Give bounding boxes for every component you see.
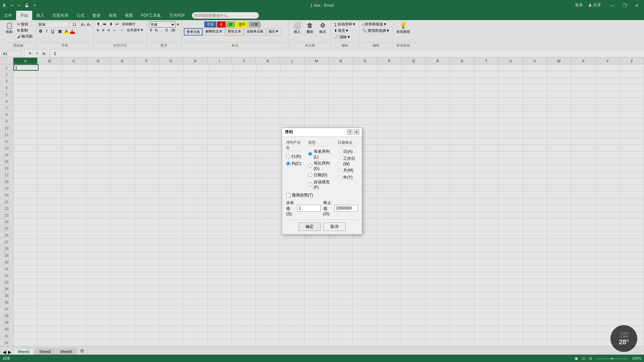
type-arithmetic-label: 等差序列(L) xyxy=(314,149,331,159)
date-unit-day-radio[interactable] xyxy=(338,149,342,154)
date-unit-label: 日期单位 xyxy=(338,140,358,146)
type-date-option[interactable]: 日期(D) xyxy=(308,172,331,178)
stop-value-label: 终止值(O): xyxy=(323,200,332,216)
dialog-ok-button[interactable]: 确定 xyxy=(299,223,321,231)
stop-value-input[interactable] xyxy=(334,205,358,212)
step-value-row: 步长值(S): 终止值(O): xyxy=(286,200,358,216)
dialog-body: 序列产生在 行(R) 列(C) 类型 等差序列(L) xyxy=(282,137,362,234)
date-unit-year-option[interactable]: 年(Y) xyxy=(338,175,358,180)
series-in-section: 序列产生在 行(R) 列(C) xyxy=(286,140,302,190)
series-in-col-label: 列(C) xyxy=(291,161,301,167)
series-in-row-label: 行(R) xyxy=(291,154,301,160)
modal-overlay: 序列 ? ✕ 序列产生在 行(R) 列(C) xyxy=(0,0,644,362)
series-in-col-radio[interactable] xyxy=(286,162,290,166)
dialog-title: 序列 xyxy=(285,129,293,135)
dialog-close-button[interactable]: ✕ xyxy=(354,129,359,135)
type-autofill-option[interactable]: 自动填充(F) xyxy=(308,179,331,190)
dialog-cancel-button[interactable]: 取消 xyxy=(323,223,345,231)
date-unit-section: 日期单位 日(A) 工作日(W) 月(M) 年 xyxy=(338,140,358,190)
series-in-row-option[interactable]: 行(R) xyxy=(286,154,302,160)
date-unit-workday-label: 工作日(W) xyxy=(343,156,358,166)
date-unit-month-label: 月(M) xyxy=(343,168,353,173)
date-unit-year-radio[interactable] xyxy=(338,175,342,179)
type-autofill-label: 自动填充(F) xyxy=(314,179,331,190)
date-unit-month-radio[interactable] xyxy=(338,168,342,172)
series-in-col-option[interactable]: 列(C) xyxy=(286,161,302,167)
date-unit-month-option[interactable]: 月(M) xyxy=(338,168,358,173)
date-unit-day-option[interactable]: 日(A) xyxy=(338,149,358,155)
type-geometric-radio[interactable] xyxy=(308,164,312,168)
type-autofill-radio[interactable] xyxy=(308,182,312,186)
type-arithmetic-radio[interactable] xyxy=(308,152,312,156)
series-dialog: 序列 ? ✕ 序列产生在 行(R) 列(C) xyxy=(282,128,362,235)
date-unit-workday-radio[interactable] xyxy=(338,159,342,163)
series-in-label: 序列产生在 xyxy=(286,140,302,151)
type-section: 类型 等差序列(L) 等比序列(G) 日期(D) xyxy=(308,140,331,190)
predict-trend-label: 预测趋势(T) xyxy=(292,192,313,198)
dialog-help-button[interactable]: ? xyxy=(347,129,353,135)
step-value-label: 步长值(S): xyxy=(286,200,294,216)
series-in-row-radio[interactable] xyxy=(286,155,290,159)
step-value-input[interactable] xyxy=(297,205,321,212)
type-arithmetic-option[interactable]: 等差序列(L) xyxy=(308,149,331,159)
dialog-main-section: 序列产生在 行(R) 列(C) 类型 等差序列(L) xyxy=(286,140,358,190)
date-unit-day-label: 日(A) xyxy=(343,149,353,155)
type-geometric-label: 等比序列(G) xyxy=(314,161,331,171)
date-unit-workday-option[interactable]: 工作日(W) xyxy=(338,156,358,166)
type-label: 类型 xyxy=(308,140,331,146)
dialog-buttons: 确定 取消 xyxy=(286,220,358,231)
date-unit-year-label: 年(Y) xyxy=(343,175,353,180)
dialog-title-bar: 序列 ? ✕ xyxy=(282,128,362,137)
type-date-label: 日期(D) xyxy=(314,172,327,178)
dialog-title-buttons: ? ✕ xyxy=(347,129,359,135)
type-date-radio[interactable] xyxy=(308,173,312,177)
predict-trend-row[interactable]: 预测趋势(T) xyxy=(286,192,358,198)
predict-trend-checkbox[interactable] xyxy=(286,193,290,197)
type-geometric-option[interactable]: 等比序列(G) xyxy=(308,161,331,171)
